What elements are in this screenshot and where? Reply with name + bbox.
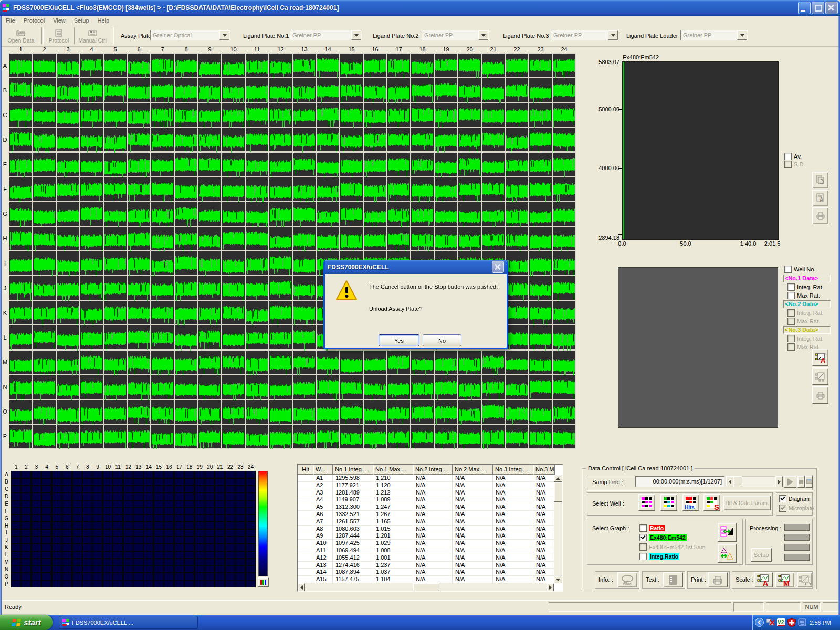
av-checkbox[interactable] xyxy=(784,153,792,160)
open-data-button[interactable]: Open Data xyxy=(6,27,36,46)
col-header-7[interactable]: No.3 Max... xyxy=(533,465,555,475)
menu-help[interactable]: Help xyxy=(93,16,114,25)
log-button[interactable] xyxy=(805,476,813,488)
col-header-0[interactable]: Hit xyxy=(298,465,313,475)
report-graph-button[interactable]: A xyxy=(812,190,828,206)
diagram-checkbox[interactable] xyxy=(779,495,786,502)
info-button[interactable]: Info. xyxy=(617,572,637,587)
samp-line-right-button[interactable] xyxy=(775,476,783,487)
chevron-down-icon[interactable] xyxy=(478,30,488,40)
select-well-group-button[interactable] xyxy=(660,494,677,511)
dialog-close-button[interactable] xyxy=(492,261,504,273)
manual-ctrl-button[interactable]: Manual Ctrl xyxy=(77,27,108,46)
menu-protocol[interactable]: Protocol xyxy=(19,16,49,25)
heatmap-col-20: 20 xyxy=(205,464,215,470)
chevron-down-icon[interactable] xyxy=(608,30,618,40)
assay-plate-combobox[interactable]: Greiner Optical xyxy=(150,30,230,40)
print-button[interactable] xyxy=(708,572,728,587)
scroll-up-button[interactable] xyxy=(554,475,562,482)
minimize-button[interactable] xyxy=(798,2,811,14)
print-graph2-button[interactable] xyxy=(812,386,828,404)
table-row-A10[interactable]: A101097.4251.029N/AN/AN/AN/A xyxy=(298,540,562,547)
table-row-A9[interactable]: A91287.4441.201N/AN/AN/AN/A xyxy=(298,532,562,540)
select-well-all-button[interactable] xyxy=(638,494,655,511)
ratio-checkbox[interactable] xyxy=(639,524,647,532)
table-horizontal-scrollbar[interactable] xyxy=(298,583,554,591)
samp-line-left-button[interactable] xyxy=(726,476,733,487)
chevron-down-icon[interactable] xyxy=(351,30,361,40)
vertical-scroll-thumb[interactable] xyxy=(554,482,562,502)
security-shield-icon[interactable] xyxy=(788,618,796,627)
table-row-A13[interactable]: A131274.4161.237N/AN/AN/AN/A xyxy=(298,562,562,569)
table-row-A5[interactable]: A51312.3001.247N/AN/AN/AN/A xyxy=(298,503,562,511)
auto-scale-graph2-button[interactable]: A xyxy=(812,349,828,366)
scroll-right-button[interactable] xyxy=(547,583,554,591)
col-header-5[interactable]: No.2 Max.... xyxy=(453,465,493,475)
table-row-A1[interactable]: A11295.5981.210N/AN/AN/AN/A xyxy=(298,475,562,482)
start-button[interactable]: start xyxy=(0,615,52,630)
table-row-A2[interactable]: A21177.9211.120N/AN/AN/AN/A xyxy=(298,482,562,489)
well-trace-grid[interactable] xyxy=(9,53,576,449)
yes-button[interactable]: Yes xyxy=(379,334,419,346)
taskbar-item-fdss[interactable]: FDSS7000EX/uCELL ... xyxy=(59,616,198,629)
select-well-s-button[interactable]: S xyxy=(704,494,720,511)
col-header-1[interactable]: W... xyxy=(313,465,333,475)
table-row-A11[interactable]: A111069.4941.008N/AN/AN/AN/A xyxy=(298,547,562,554)
ligand-plate-no-2-combobox[interactable]: Greiner PP xyxy=(422,30,489,40)
no1-integ-rat--checkbox[interactable] xyxy=(788,284,795,291)
close-button[interactable] xyxy=(825,2,838,14)
display-tray-icon[interactable] xyxy=(798,618,806,626)
col-header-6[interactable]: No.3 Integ.... xyxy=(493,465,533,475)
scale-manual-button[interactable]: M xyxy=(775,572,794,587)
graph2-plot-area[interactable] xyxy=(618,267,778,428)
copy-graph-button[interactable] xyxy=(812,172,828,188)
scale-auto-button[interactable]: A xyxy=(754,572,773,587)
scroll-left-button[interactable] xyxy=(298,583,305,591)
graph-layout-button-2[interactable] xyxy=(718,544,737,563)
microplate-heatmap[interactable] xyxy=(11,471,256,587)
table-row-A3[interactable]: A31281.4891.212N/AN/AN/AN/A xyxy=(298,489,562,497)
table-row-A4[interactable]: A41149.9071.089N/AN/AN/AN/A xyxy=(298,496,562,503)
tray-collapse-icon[interactable] xyxy=(755,618,764,627)
col-header-2[interactable]: No.1 Integ.... xyxy=(333,465,373,475)
play-button[interactable] xyxy=(784,476,796,488)
print-graph-button[interactable] xyxy=(812,207,828,224)
ligand-plate-no-3-combobox[interactable]: Greiner PP xyxy=(551,30,618,40)
table-row-A14[interactable]: A141087.8941.037N/AN/AN/AN/A xyxy=(298,569,562,576)
table-row-A12[interactable]: A121055.4121.001N/AN/AN/AN/A xyxy=(298,554,562,562)
scale-fit-button[interactable] xyxy=(797,572,812,587)
scroll-down-button[interactable] xyxy=(554,576,562,583)
no-button[interactable]: No xyxy=(423,334,461,346)
network-disconnected-icon[interactable] xyxy=(766,618,775,626)
table-vertical-scrollbar[interactable] xyxy=(554,475,562,583)
chevron-down-icon[interactable] xyxy=(219,30,229,40)
well-no-checkbox[interactable] xyxy=(784,266,792,273)
table-row-A6[interactable]: A61332.5211.267N/AN/AN/AN/A xyxy=(298,511,562,518)
table-row-A8[interactable]: A81080.6031.015N/AN/AN/AN/A xyxy=(298,526,562,533)
graph-layout-button-1[interactable] xyxy=(718,523,737,542)
v2-tray-icon[interactable]: V2 xyxy=(777,618,785,626)
manual-scale-graph2-button[interactable] xyxy=(812,368,828,385)
integ-ratio-checkbox[interactable] xyxy=(639,553,647,560)
table-row-A15[interactable]: A151157.4751.104N/AN/AN/AN/A xyxy=(298,576,562,583)
maximize-button[interactable] xyxy=(812,2,824,14)
select-well-hits-button[interactable]: Hits xyxy=(682,494,699,511)
menu-file[interactable]: File xyxy=(2,16,19,25)
col-header-4[interactable]: No.2 Integ.... xyxy=(413,465,453,475)
protocol-button[interactable]: Protocol xyxy=(46,27,72,46)
text-button[interactable] xyxy=(663,572,683,587)
ligand-plate-no-1-combobox[interactable]: Greiner PP xyxy=(290,30,362,40)
samp-line-thumb[interactable] xyxy=(733,476,742,487)
color-scale-settings-button[interactable] xyxy=(258,578,269,587)
ligand-plate-loader-combobox[interactable]: Greiner PP xyxy=(680,30,748,40)
no1-max-rat--checkbox[interactable] xyxy=(788,292,795,299)
menu-view[interactable]: View xyxy=(49,16,70,25)
chevron-down-icon[interactable] xyxy=(737,30,747,40)
stop-button[interactable] xyxy=(797,476,805,488)
graph1-plot-area[interactable] xyxy=(622,61,779,240)
menu-setup[interactable]: Setup xyxy=(70,16,93,25)
col-header-3[interactable]: No.1 Max.... xyxy=(373,465,413,475)
table-row-A7[interactable]: A71261.5571.165N/AN/AN/AN/A xyxy=(298,518,562,526)
ex480-em542-checkbox[interactable] xyxy=(639,534,647,541)
horizontal-scroll-thumb[interactable] xyxy=(413,583,439,591)
